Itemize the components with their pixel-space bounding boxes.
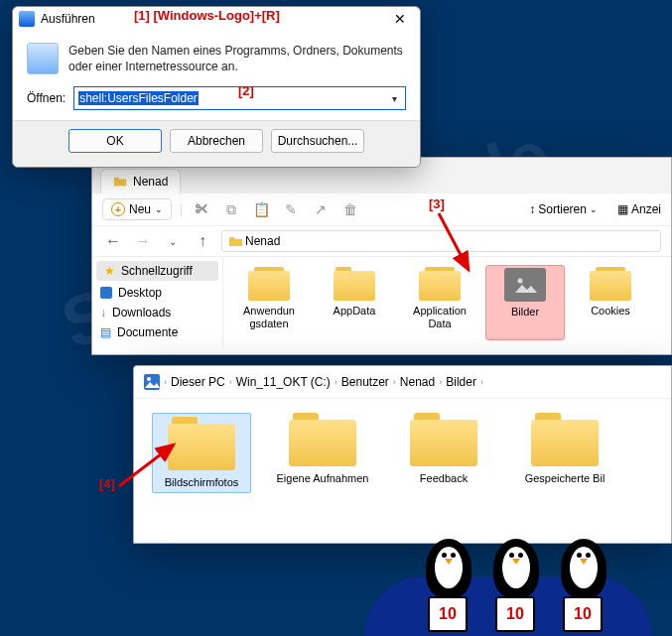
- file-label: Bilder: [486, 306, 564, 318]
- sort-label: Sortieren: [538, 202, 587, 216]
- file-label: Feedback: [394, 472, 493, 485]
- document-icon: ▤: [100, 325, 111, 339]
- explorer-window-bilder: › Dieser PC › Win_11_OKT (C:) › Benutzer…: [133, 365, 672, 544]
- sidebar-item-downloads[interactable]: ↓ Downloads: [92, 303, 222, 322]
- file-label: Anwendun gsdaten: [229, 305, 309, 329]
- arrow-4: [114, 437, 203, 496]
- chevron-right-icon: ›: [164, 377, 167, 387]
- breadcrumb-text: Nenad: [245, 234, 280, 248]
- file-label: Gespeicherte Bil: [515, 472, 614, 485]
- rename-icon[interactable]: ✎: [280, 198, 302, 220]
- file-label: Cookies: [571, 305, 650, 318]
- score-card: 10: [563, 596, 603, 632]
- folder-item-anwendungsdaten[interactable]: Anwendun gsdaten: [229, 265, 309, 340]
- chevron-down-icon: ⌄: [155, 204, 163, 214]
- folder-item-eigene-aufnahmen[interactable]: Eigene Aufnahmen: [273, 413, 372, 493]
- chevron-right-icon: ›: [480, 377, 483, 387]
- sidebar-item-quick-access[interactable]: ★ Schnellzugriff: [96, 261, 218, 281]
- sidebar-item-label: Documente: [117, 325, 178, 339]
- folder-item-bilder[interactable]: Bilder: [485, 265, 565, 340]
- folder-item-feedback[interactable]: Feedback: [394, 413, 493, 493]
- sidebar: ★ Schnellzugriff Desktop ↓ Downloads ▤ D…: [92, 257, 223, 348]
- crumb[interactable]: Bilder: [446, 375, 476, 389]
- view-label: Anzei: [631, 202, 661, 216]
- run-title-text: Ausführen: [41, 12, 95, 26]
- view-icon: ▦: [617, 202, 628, 216]
- new-label: Neu: [129, 202, 151, 216]
- file-grid: Bildschirmfotos Eigene Aufnahmen Feedbac…: [134, 399, 671, 507]
- folder-icon: [113, 175, 127, 189]
- explorer-window-nenad: Nenad + Neu ⌄ | ✀ ⧉ 📋 ✎ ↗ 🗑 ↕ Sortieren …: [91, 157, 672, 355]
- sidebar-item-label: Desktop: [118, 286, 162, 300]
- penguin-judge: 10: [420, 539, 477, 628]
- pictures-icon: [144, 374, 160, 390]
- forward-button[interactable]: →: [132, 232, 154, 250]
- cancel-button[interactable]: Abbrechen: [170, 129, 263, 153]
- ok-button[interactable]: OK: [68, 129, 162, 153]
- chevron-down-icon[interactable]: ⌄: [162, 236, 184, 247]
- folder-icon: [289, 413, 356, 466]
- chevron-right-icon: ›: [229, 377, 232, 387]
- folder-icon: [531, 413, 599, 466]
- folder-item-gespeicherte[interactable]: Gespeicherte Bil: [515, 413, 614, 493]
- file-label: Eigene Aufnahmen: [273, 472, 372, 485]
- toolbar: + Neu ⌄ | ✀ ⧉ 📋 ✎ ↗ 🗑 ↕ Sortieren ⌄ ▦ An…: [92, 193, 671, 226]
- folder-item-cookies[interactable]: Cookies: [571, 265, 650, 340]
- cut-icon[interactable]: ✀: [191, 198, 212, 220]
- chevron-right-icon: ›: [393, 377, 396, 387]
- chevron-right-icon: ›: [335, 377, 337, 387]
- copy-icon[interactable]: ⧉: [220, 198, 242, 220]
- folder-shortcut-icon: [590, 267, 631, 301]
- new-button[interactable]: + Neu ⌄: [102, 198, 172, 220]
- folder-icon: [334, 267, 375, 301]
- back-button[interactable]: ←: [102, 232, 124, 250]
- close-button[interactable]: ✕: [386, 11, 414, 27]
- score-card: 10: [495, 596, 535, 632]
- run-description: Geben Sie den Namen eines Programms, Ord…: [68, 43, 406, 74]
- plus-icon: +: [111, 202, 125, 216]
- browse-button[interactable]: Durchsuchen...: [271, 129, 364, 153]
- file-label: AppData: [315, 305, 394, 318]
- share-icon[interactable]: ↗: [310, 198, 332, 220]
- up-button[interactable]: ↑: [192, 232, 213, 250]
- crumb[interactable]: Benutzer: [341, 375, 389, 389]
- open-input-value: shell:UsersFilesFolder: [78, 91, 199, 105]
- desktop-icon: [100, 287, 112, 299]
- crumb[interactable]: Win_11_OKT (C:): [236, 375, 331, 389]
- folder-shortcut-icon: [248, 267, 290, 301]
- annotation-1: [1] [Windows-Logo]+[R]: [134, 8, 280, 23]
- tab-label: Nenad: [133, 175, 168, 189]
- folder-icon: [228, 234, 242, 248]
- crumb[interactable]: Dieser PC: [171, 375, 225, 389]
- paste-icon[interactable]: 📋: [250, 198, 272, 220]
- annotation-3: [3]: [429, 196, 445, 211]
- sidebar-item-label: Downloads: [112, 306, 171, 319]
- star-icon: ★: [104, 264, 115, 278]
- annotation-4: [4]: [99, 476, 115, 491]
- folder-item-appdata[interactable]: AppData: [315, 265, 394, 340]
- sidebar-item-label: Schnellzugriff: [121, 264, 193, 278]
- delete-icon[interactable]: 🗑: [339, 198, 361, 220]
- sidebar-item-desktop[interactable]: Desktop: [92, 283, 222, 303]
- svg-point-1: [518, 279, 523, 284]
- arrow-3: [407, 208, 486, 288]
- run-app-icon: [27, 43, 59, 74]
- sort-icon: ↕: [529, 202, 535, 216]
- run-dialog: Ausführen ✕ Geben Sie den Namen eines Pr…: [12, 6, 421, 168]
- svg-point-3: [147, 377, 151, 381]
- chevron-down-icon[interactable]: ▾: [388, 93, 401, 104]
- score-card: 10: [428, 596, 468, 632]
- view-button[interactable]: ▦ Anzei: [617, 202, 661, 216]
- file-label: Application Data: [400, 305, 479, 329]
- breadcrumb-bar[interactable]: › Dieser PC › Win_11_OKT (C:) › Benutzer…: [134, 366, 671, 399]
- tab-nenad[interactable]: Nenad: [100, 169, 181, 193]
- sidebar-item-documents[interactable]: ▤ Documente: [92, 322, 222, 342]
- open-label: Öffnen:: [27, 91, 66, 105]
- chevron-down-icon: ⌄: [590, 204, 598, 214]
- chevron-right-icon: ›: [439, 377, 442, 387]
- sort-button[interactable]: ↕ Sortieren ⌄: [529, 202, 598, 216]
- annotation-2: [2]: [238, 83, 254, 98]
- crumb[interactable]: Nenad: [400, 375, 435, 389]
- download-icon: ↓: [100, 306, 106, 319]
- run-icon: [19, 11, 35, 27]
